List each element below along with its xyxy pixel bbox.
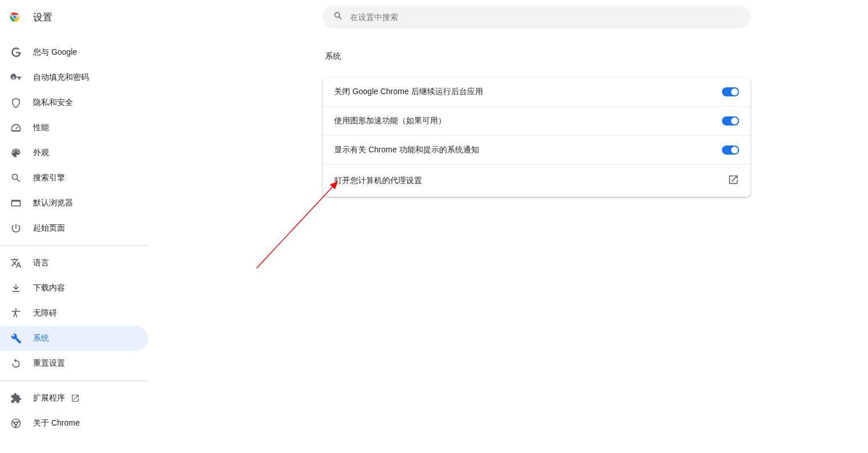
sidebar-item-reset[interactable]: 重置设置	[0, 351, 148, 376]
sidebar-item-label: 语言	[33, 258, 49, 268]
sidebar-item-label: 您与 Google	[33, 47, 77, 58]
power-icon	[10, 223, 22, 234]
search-bar[interactable]	[323, 6, 751, 29]
sidebar-item-label: 自动填充和密码	[33, 72, 89, 83]
sidebar-item-label: 性能	[33, 123, 49, 133]
chrome-outline-icon	[10, 418, 22, 429]
window-icon	[10, 197, 22, 209]
external-link-icon	[71, 394, 80, 403]
toggle-switch[interactable]	[722, 87, 739, 96]
header: 设置	[0, 0, 60, 30]
toggle-switch[interactable]	[722, 145, 739, 155]
page-title: 设置	[33, 11, 52, 24]
sidebar-item-label: 隐私和安全	[33, 98, 73, 108]
sidebar-item-label: 下载内容	[33, 283, 65, 293]
toggle-switch[interactable]	[722, 116, 739, 126]
google-g-icon	[10, 47, 22, 58]
setting-row-system-notifications[interactable]: 显示有关 Chrome 功能和提示的系统通知	[323, 136, 751, 165]
sidebar-item-label: 搜索引擎	[33, 173, 65, 183]
search-input[interactable]	[350, 13, 740, 22]
sidebar: 您与 Google 自动填充和密码 隐私和安全 性能 外观 搜索引擎 默认浏	[0, 40, 148, 436]
external-link-icon	[728, 174, 739, 188]
sidebar-item-label: 无障碍	[33, 308, 57, 318]
download-icon	[10, 282, 22, 294]
setting-label: 显示有关 Chrome 功能和提示的系统通知	[334, 145, 479, 155]
sidebar-item-default-browser[interactable]: 默认浏览器	[0, 191, 148, 216]
sidebar-item-label: 扩展程序	[33, 393, 65, 403]
sidebar-item-label: 重置设置	[33, 358, 65, 369]
setting-label: 使用图形加速功能（如果可用）	[334, 116, 446, 126]
sidebar-item-on-startup[interactable]: 起始页面	[0, 216, 148, 241]
section-title: 系统	[323, 51, 751, 62]
wrench-icon	[10, 333, 22, 344]
sidebar-item-label: 默认浏览器	[33, 198, 73, 208]
setting-label: 打开您计算机的代理设置	[334, 176, 422, 186]
sidebar-item-autofill[interactable]: 自动填充和密码	[0, 65, 148, 90]
search-icon	[333, 11, 343, 23]
extension-icon	[10, 393, 22, 404]
sidebar-item-privacy[interactable]: 隐私和安全	[0, 90, 148, 115]
sidebar-item-search-engine[interactable]: 搜索引擎	[0, 165, 148, 191]
palette-icon	[10, 147, 22, 159]
speedometer-icon	[10, 122, 22, 134]
settings-card: 关闭 Google Chrome 后继续运行后台应用 使用图形加速功能（如果可用…	[323, 78, 751, 197]
search-icon	[10, 172, 22, 184]
chrome-logo-icon	[8, 10, 22, 24]
sidebar-item-label: 起始页面	[33, 223, 65, 233]
reset-icon	[10, 358, 22, 369]
setting-label: 关闭 Google Chrome 后继续运行后台应用	[334, 87, 483, 97]
sidebar-item-label: 系统	[33, 333, 49, 343]
sidebar-item-performance[interactable]: 性能	[0, 115, 148, 140]
accessibility-icon	[10, 308, 22, 319]
sidebar-item-label: 外观	[33, 148, 49, 158]
setting-row-proxy[interactable]: 打开您计算机的代理设置	[323, 165, 751, 197]
sidebar-item-downloads[interactable]: 下载内容	[0, 276, 148, 301]
setting-row-hardware-acceleration[interactable]: 使用图形加速功能（如果可用）	[323, 107, 751, 136]
shield-icon	[10, 97, 22, 108]
divider	[0, 245, 148, 246]
setting-row-background-apps[interactable]: 关闭 Google Chrome 后继续运行后台应用	[323, 78, 751, 107]
sidebar-item-languages[interactable]: 语言	[0, 250, 148, 276]
translate-icon	[10, 257, 22, 269]
sidebar-item-about[interactable]: 关于 Chrome	[0, 411, 148, 436]
sidebar-item-accessibility[interactable]: 无障碍	[0, 301, 148, 326]
main-content: 系统 关闭 Google Chrome 后继续运行后台应用 使用图形加速功能（如…	[323, 51, 751, 197]
sidebar-item-system[interactable]: 系统	[0, 326, 148, 351]
key-icon	[10, 72, 22, 83]
divider	[0, 381, 148, 381]
sidebar-item-you-and-google[interactable]: 您与 Google	[0, 40, 148, 65]
sidebar-item-appearance[interactable]: 外观	[0, 140, 148, 165]
sidebar-item-extensions[interactable]: 扩展程序	[0, 386, 148, 411]
sidebar-item-label: 关于 Chrome	[33, 418, 80, 428]
